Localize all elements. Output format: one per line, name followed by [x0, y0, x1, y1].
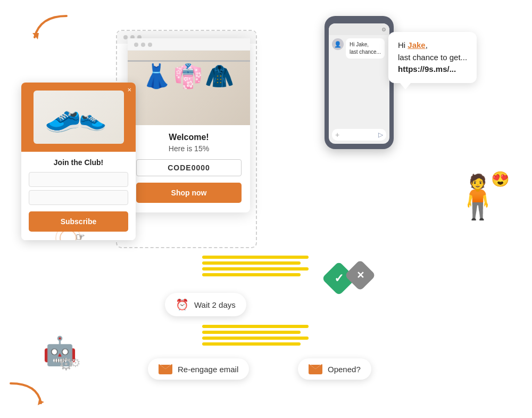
robot-illustration: 🤖 ⚙ ⚙: [43, 337, 77, 365]
gear-small-icon: ⚙: [70, 356, 81, 370]
wait-label: Wait 2 days: [194, 300, 236, 309]
plus-icon: +: [335, 130, 339, 139]
arrow-bottom-left: [8, 381, 45, 407]
flow-line-b3: [202, 337, 309, 340]
popup-body: Join the Club! Subscribe ☞: [21, 152, 136, 240]
clothes-image: [128, 51, 250, 125]
sms-url: https://9s.ms/...: [398, 64, 456, 73]
popup-input-2[interactable]: [29, 190, 128, 205]
email-icon-opened: [309, 364, 322, 374]
popup-header: ×: [21, 83, 136, 152]
person-illustration: 😍 🧍: [451, 176, 504, 218]
x-icon: ✕: [356, 269, 364, 281]
reengage-label: Re-engage email: [178, 365, 238, 374]
dot-1: [134, 43, 138, 47]
message-bubble: Hi Jake,last chance...: [346, 38, 385, 59]
checkmark-icon: ✓: [334, 272, 344, 285]
phone-screen: ⚙ 👤 Hi Jake,last chance... + ▷: [329, 23, 389, 144]
cursor-icon: ☞: [76, 231, 85, 240]
email-popup-body: Welcome! Here is 15% CODE0000 Shop now: [128, 125, 250, 212]
phone-content: 👤 Hi Jake,last chance...: [329, 35, 389, 64]
flow-line-2: [202, 261, 301, 265]
svg-marker-0: [32, 33, 39, 39]
phone-input-row: + ▷: [332, 129, 386, 141]
heart-emoji: 😍: [491, 170, 510, 188]
sneaker-popup-widget: × Join the Club! Subscribe ☞: [21, 83, 136, 240]
dot-2: [141, 43, 145, 47]
subscribe-button[interactable]: Subscribe: [29, 211, 128, 232]
flow-line-b2: [202, 331, 301, 334]
settings-icon: ⚙: [381, 27, 386, 32]
sms-greeting: Hi Jake,last chance...: [350, 42, 381, 55]
message-row: 👤 Hi Jake,last chance...: [332, 38, 386, 59]
shoe-image: [34, 91, 124, 144]
sms-line2: last chance to get...: [398, 53, 467, 62]
shop-now-button[interactable]: Shop now: [136, 183, 242, 203]
email-popup-widget: Welcome! Here is 15% CODE0000 Shop now: [128, 38, 250, 212]
discount-code: CODE0000: [136, 159, 242, 176]
branch-no-icon: ✕: [344, 259, 376, 291]
flow-line-3: [202, 267, 309, 271]
clock-icon: ⏰: [176, 298, 189, 311]
flow-line-1: [202, 256, 309, 259]
flow-line-b1: [202, 325, 309, 328]
browser-dot-1: [123, 35, 128, 39]
phone-topbar: ⚙: [329, 23, 389, 35]
email-popup-subtitle: Here is 15%: [136, 144, 242, 153]
sms-text: Hi Jake, last chance to get... https://9…: [398, 39, 467, 76]
flow-lines-top: [202, 256, 309, 279]
browser-dots-bar: [128, 38, 250, 51]
email-icon-reengage: [159, 364, 172, 374]
close-icon[interactable]: ×: [127, 86, 131, 94]
subscribe-button-wrap: Subscribe ☞: [29, 208, 128, 232]
opened-label: Opened?: [328, 365, 361, 374]
reengage-badge: Re-engage email: [148, 358, 249, 380]
email-popup-title: Welcome!: [136, 133, 242, 142]
popup-input-1[interactable]: [29, 172, 128, 187]
popup-title: Join the Club!: [29, 158, 128, 167]
sms-name: Jake: [408, 40, 425, 50]
arrow-top-left: [29, 11, 72, 43]
flow-line-4: [202, 273, 301, 276]
wait-badge: ⏰ Wait 2 days: [165, 293, 246, 316]
phone-frame: ⚙ 👤 Hi Jake,last chance... + ▷: [325, 16, 394, 149]
opened-badge: Opened?: [298, 358, 371, 380]
sms-hi: Hi: [398, 40, 408, 50]
phone-device: ⚙ 👤 Hi Jake,last chance... + ▷: [325, 16, 394, 149]
gear-group: ⚙ ⚙: [59, 354, 74, 374]
send-icon: ▷: [378, 131, 383, 138]
sms-notification-bubble: Hi Jake, last chance to get... https://9…: [388, 32, 477, 83]
flow-lines-bottom: [202, 325, 309, 348]
message-avatar: 👤: [332, 38, 344, 50]
dot-3: [148, 43, 152, 47]
flow-line-b4: [202, 342, 301, 346]
